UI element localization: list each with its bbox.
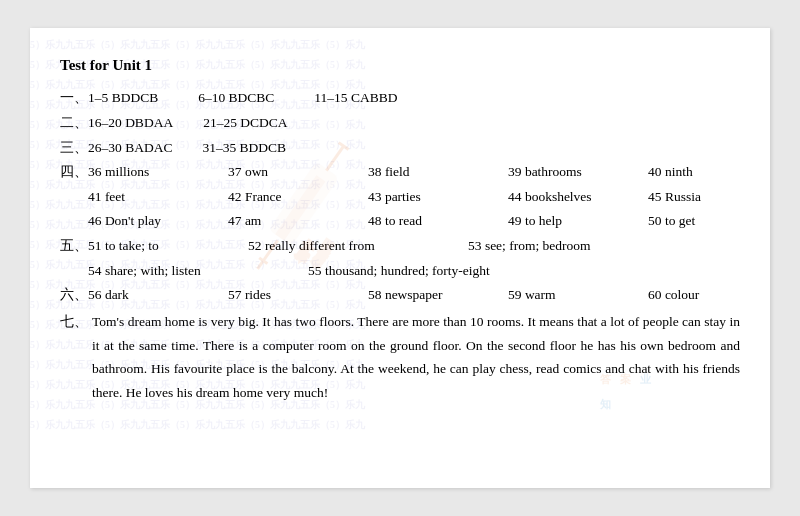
item-57: 57 rides: [228, 283, 368, 307]
section1-label: 一、: [60, 86, 88, 110]
section7-label: 七、: [60, 310, 88, 334]
section2-label: 二、: [60, 111, 88, 135]
page: （5）乐九九五乐（5）乐九九五乐（5）乐九九五乐（5）乐九九五乐（5）乐九 （5…: [30, 28, 770, 488]
item-44: 44 bookshelves: [508, 185, 648, 209]
item-49: 49 to help: [508, 209, 648, 233]
item-48: 48 to read: [368, 209, 508, 233]
section1-item3: 11–15 CABBD: [314, 86, 397, 110]
item-40: 40 ninth: [648, 160, 693, 184]
item-42: 42 France: [228, 185, 368, 209]
item-59: 59 warm: [508, 283, 648, 307]
section6-row: 六、 56 dark 57 rides 58 newspaper 59 warm…: [60, 283, 740, 307]
section5-label: 五、: [60, 234, 88, 258]
item-53: 53 see; from; bedroom: [468, 234, 591, 258]
content: Test for Unit 1 一、 1–5 BDDCB 6–10 BDCBC …: [60, 52, 740, 404]
section3-row: 三、 26–30 BADAC 31–35 BDDCB: [60, 136, 740, 160]
item-47: 47 am: [228, 209, 368, 233]
section5-row1: 五、 51 to take; to 52 really different fr…: [60, 234, 740, 258]
section4-row2: 41 feet 42 France 43 parties 44 bookshel…: [88, 185, 740, 209]
section7: 七、 Tom's dream home is very big. It has …: [60, 308, 740, 405]
section4-row1: 四、 36 millions 37 own 38 field 39 bathro…: [60, 160, 740, 184]
section1-row: 一、 1–5 BDDCB 6–10 BDCBC 11–15 CABBD: [60, 86, 740, 110]
section1-item1: 1–5 BDDCB: [88, 86, 158, 110]
item-56: 56 dark: [88, 283, 228, 307]
item-54: 54 share; with; listen: [88, 259, 308, 283]
item-36: 36 millions: [88, 160, 228, 184]
item-51: 51 to take; to: [88, 234, 248, 258]
section4: 四、 36 millions 37 own 38 field 39 bathro…: [60, 160, 740, 233]
item-38: 38 field: [368, 160, 508, 184]
item-43: 43 parties: [368, 185, 508, 209]
section2-row: 二、 16–20 DBDAA 21–25 DCDCA: [60, 111, 740, 135]
section3-label: 三、: [60, 136, 88, 160]
item-58: 58 newspaper: [368, 283, 508, 307]
item-50: 50 to get: [648, 209, 695, 233]
item-46: 46 Don't play: [88, 209, 228, 233]
item-52: 52 really different from: [248, 234, 468, 258]
section3-item2: 31–35 BDDCB: [202, 136, 286, 160]
section2-item1: 16–20 DBDAA: [88, 111, 173, 135]
item-39: 39 bathrooms: [508, 160, 648, 184]
item-55: 55 thousand; hundred; forty-eight: [308, 259, 490, 283]
section2-item2: 21–25 DCDCA: [203, 111, 287, 135]
item-60: 60 colour: [648, 283, 699, 307]
section4-row3: 46 Don't play 47 am 48 to read 49 to hel…: [88, 209, 740, 233]
section4-label: 四、: [60, 160, 88, 184]
section3-item1: 26–30 BADAC: [88, 136, 172, 160]
item-45: 45 Russia: [648, 185, 701, 209]
section5-row2: 54 share; with; listen 55 thousand; hund…: [88, 259, 740, 283]
section7-paragraph: Tom's dream home is very big. It has two…: [92, 310, 740, 405]
section-title: Test for Unit 1: [60, 52, 740, 78]
item-41: 41 feet: [88, 185, 228, 209]
section6-label: 六、: [60, 283, 88, 307]
item-37: 37 own: [228, 160, 368, 184]
section1-item2: 6–10 BDCBC: [198, 86, 274, 110]
section5: 五、 51 to take; to 52 really different fr…: [60, 234, 740, 282]
